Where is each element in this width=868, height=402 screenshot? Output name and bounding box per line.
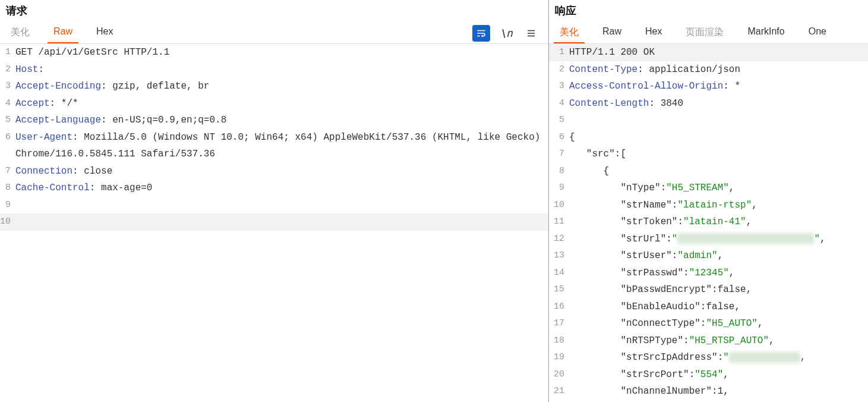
tab-markinfo-resp[interactable]: MarkInfo xyxy=(741,23,790,43)
line-number: 12 xyxy=(549,231,568,248)
code-line[interactable]: 19 "strSrcIpAddress":" , xyxy=(549,349,868,366)
line-number: 17 xyxy=(549,315,568,332)
line-number: 11 xyxy=(549,213,568,231)
line-number: 6 xyxy=(549,129,568,146)
line-number: 15 xyxy=(549,281,568,299)
code-line[interactable]: 6{ xyxy=(549,129,868,146)
code-content: HTTP/1.1 200 OK xyxy=(568,44,868,61)
response-editor[interactable]: 1HTTP/1.1 200 OK2Content-Type: applicati… xyxy=(549,44,868,402)
line-number: 2 xyxy=(0,61,14,78)
code-content: Host: xyxy=(14,61,548,78)
code-content: "nRTSPType":"H5_RTSP_AUTO", xyxy=(568,332,868,350)
request-editor[interactable]: 1GET /api/v1/GetSrc HTTP/1.12Host:3Accep… xyxy=(0,44,548,402)
code-content: { xyxy=(568,129,868,146)
request-tabs: 美化 Raw Hex xyxy=(5,23,119,43)
code-content: "src":[ xyxy=(568,146,868,163)
response-pane: 响应 美化 Raw Hex 页面渲染 MarkInfo One 1HTTP/1.… xyxy=(549,0,868,402)
line-number: 3 xyxy=(0,78,14,95)
code-line[interactable]: 16 "bEnableAudio":false, xyxy=(549,299,868,316)
newline-icon: \n xyxy=(500,27,513,39)
line-number: 7 xyxy=(549,146,568,163)
code-content: "strName":"latain-rtsp", xyxy=(568,197,868,214)
line-number: 7 xyxy=(0,163,14,180)
response-tabs-row: 美化 Raw Hex 页面渲染 MarkInfo One xyxy=(549,23,868,44)
line-number: 20 xyxy=(549,366,568,384)
line-number: 6 xyxy=(0,129,14,163)
line-number: 5 xyxy=(549,112,568,129)
line-number: 8 xyxy=(0,180,14,197)
code-line[interactable]: 8 { xyxy=(549,163,868,180)
tab-render-resp[interactable]: 页面渲染 xyxy=(680,23,730,43)
code-line[interactable]: 15 "bPasswdEncrypt":false, xyxy=(549,281,868,299)
code-line[interactable]: 9 xyxy=(0,197,548,214)
code-line[interactable]: 5Accept-Language: en-US;q=0.9,en;q=0.8 xyxy=(0,112,548,129)
menu-button[interactable] xyxy=(522,25,540,42)
redacted-text xyxy=(729,352,800,363)
code-line[interactable]: 4Content-Length: 3840 xyxy=(549,95,868,112)
code-line[interactable]: 8Cache-Control: max-age=0 xyxy=(0,180,548,197)
tab-raw[interactable]: Raw xyxy=(48,23,78,43)
code-content: { xyxy=(568,163,868,180)
request-tabs-row: 美化 Raw Hex \n xyxy=(0,23,548,44)
code-line[interactable]: 11 "strToken":"latain-41", xyxy=(549,213,868,231)
line-number: 21 xyxy=(549,383,568,400)
response-tabs: 美化 Raw Hex 页面渲染 MarkInfo One xyxy=(554,23,832,43)
tab-raw-resp[interactable]: Raw xyxy=(596,23,627,43)
code-line[interactable]: 3Access-Control-Allow-Origin: * xyxy=(549,78,868,95)
code-line[interactable]: 10 xyxy=(0,213,548,231)
code-content: "nConnectType":"H5_AUTO", xyxy=(568,315,868,332)
tab-hex[interactable]: Hex xyxy=(90,23,119,43)
tab-pretty-resp[interactable]: 美化 xyxy=(554,23,585,43)
request-pane: 请求 美化 Raw Hex \n 1GET /api/v1/GetSrc HTT… xyxy=(0,0,549,402)
line-number: 10 xyxy=(549,197,568,214)
line-number: 18 xyxy=(549,332,568,350)
code-content: Connection: close xyxy=(14,163,548,180)
redacted-text xyxy=(677,233,814,244)
code-line[interactable]: 2Host: xyxy=(0,61,548,78)
code-line[interactable]: 12 "strUrl":" ", xyxy=(549,231,868,248)
tab-one-resp[interactable]: One xyxy=(803,23,832,43)
code-line[interactable]: 2Content-Type: application/json xyxy=(549,61,868,78)
code-content xyxy=(14,197,548,214)
tab-pretty[interactable]: 美化 xyxy=(5,23,36,43)
response-title: 响应 xyxy=(549,0,868,23)
code-content: Cache-Control: max-age=0 xyxy=(14,180,548,197)
code-line[interactable]: 18 "nRTSPType":"H5_RTSP_AUTO", xyxy=(549,332,868,350)
code-line[interactable]: 7Connection: close xyxy=(0,163,548,180)
code-content: Access-Control-Allow-Origin: * xyxy=(568,78,868,95)
code-content: Content-Length: 3840 xyxy=(568,95,868,112)
line-number: 4 xyxy=(0,95,14,112)
code-line[interactable]: 3Accept-Encoding: gzip, deflate, br xyxy=(0,78,548,95)
code-line[interactable]: 10 "strName":"latain-rtsp", xyxy=(549,197,868,214)
code-line[interactable]: 21 "nChannelNumber":1, xyxy=(549,383,868,400)
code-content: GET /api/v1/GetSrc HTTP/1.1 xyxy=(14,44,548,61)
line-number: 9 xyxy=(549,180,568,197)
word-wrap-button[interactable] xyxy=(472,25,490,42)
code-line[interactable]: 13 "strUser":"admin", xyxy=(549,247,868,265)
code-line[interactable]: 5 xyxy=(549,112,868,129)
hamburger-icon xyxy=(526,28,536,39)
line-number: 8 xyxy=(549,163,568,180)
code-line[interactable]: 1HTTP/1.1 200 OK xyxy=(549,44,868,61)
line-number: 1 xyxy=(0,44,14,61)
request-title: 请求 xyxy=(0,0,548,23)
code-line[interactable]: 1GET /api/v1/GetSrc HTTP/1.1 xyxy=(0,44,548,61)
code-line[interactable]: 20 "strSrcPort":"554", xyxy=(549,366,868,384)
code-content: "strUrl":" ", xyxy=(568,231,868,248)
code-line[interactable]: 4Accept: */* xyxy=(0,95,548,112)
line-number: 3 xyxy=(549,78,568,95)
line-number: 5 xyxy=(0,112,14,129)
code-line[interactable]: 9 "nType":"H5_STREAM", xyxy=(549,180,868,197)
code-content: "nChannelNumber":1, xyxy=(568,383,868,400)
code-content: "nType":"H5_STREAM", xyxy=(568,180,868,197)
code-line[interactable]: 17 "nConnectType":"H5_AUTO", xyxy=(549,315,868,332)
code-line[interactable]: 7 "src":[ xyxy=(549,146,868,163)
code-content xyxy=(14,213,548,231)
code-content: Accept-Encoding: gzip, deflate, br xyxy=(14,78,548,95)
code-content: "strUser":"admin", xyxy=(568,247,868,265)
code-line[interactable]: 6User-Agent: Mozilla/5.0 (Windows NT 10.… xyxy=(0,129,548,163)
line-number: 16 xyxy=(549,299,568,316)
code-line[interactable]: 14 "strPasswd":"12345", xyxy=(549,265,868,282)
tab-hex-resp[interactable]: Hex xyxy=(639,23,668,43)
newline-button[interactable]: \n xyxy=(497,25,515,42)
